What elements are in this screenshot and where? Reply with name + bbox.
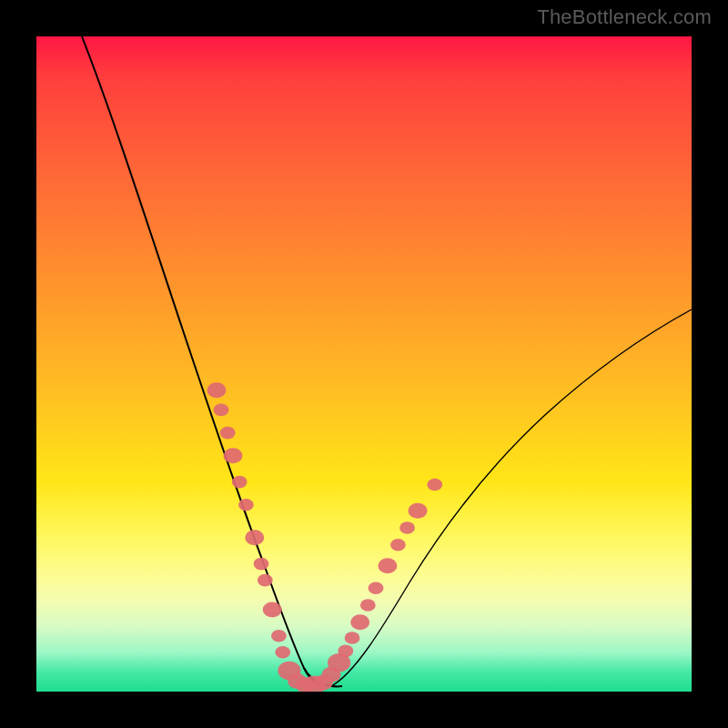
curve-layer [36,36,692,692]
highlight-dot [378,558,397,573]
highlight-dot [207,382,227,398]
highlight-dot [254,558,269,571]
curve-right-arm [331,309,692,686]
watermark-label: TheBottleneck.com [537,5,712,29]
highlight-dot [360,599,376,612]
highlight-dot [214,404,229,417]
highlight-dot [275,646,290,659]
highlight-dot [345,632,360,644]
highlight-dot [390,539,406,551]
plot-area [36,36,692,692]
highlight-dot [238,499,254,511]
highlight-dot [232,476,248,489]
highlight-dots [207,382,443,692]
highlight-dot [258,574,273,587]
highlight-dot [271,630,287,642]
chart-frame: TheBottleneck.com [0,0,728,728]
curve-left-arm [82,36,322,686]
highlight-dot [338,645,353,658]
highlight-dot [263,602,282,618]
highlight-dot [427,479,442,491]
highlight-dot [350,614,369,630]
highlight-dot [369,581,384,594]
highlight-dot [399,521,415,534]
highlight-dot [245,530,264,545]
highlight-dot [224,448,243,463]
highlight-dot [409,503,428,519]
highlight-dot [220,427,236,440]
